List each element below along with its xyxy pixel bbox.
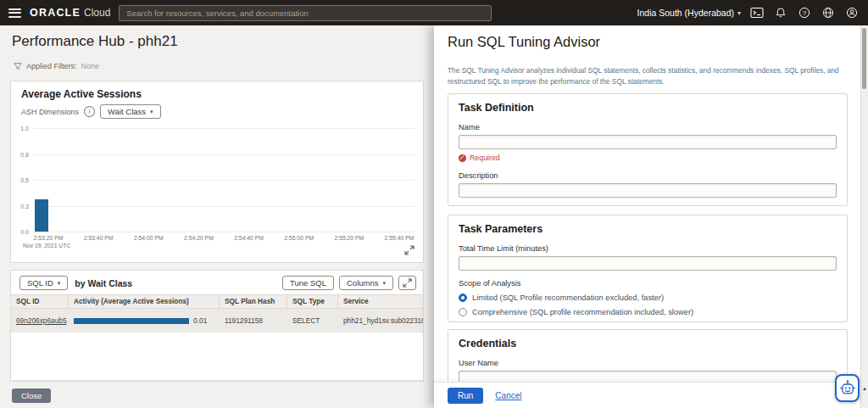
name-input[interactable] bbox=[459, 135, 837, 149]
gridline bbox=[33, 180, 415, 181]
info-icon[interactable]: i bbox=[84, 106, 95, 117]
svg-text:?: ? bbox=[803, 9, 806, 17]
x-tick-label: 2:53:20 PM bbox=[34, 235, 64, 241]
columns-dropdown[interactable]: Columns ▾ bbox=[339, 276, 393, 290]
table-row-empty bbox=[11, 356, 423, 381]
x-tick-label: 2:54:00 PM bbox=[134, 235, 164, 241]
col-header-service: Service bbox=[338, 295, 423, 308]
y-tick-label: 0.3 bbox=[20, 203, 29, 209]
chart-y-axis: 1.00.80.50.30.0 bbox=[11, 128, 31, 232]
sql-id-dropdown[interactable]: SQL ID ▾ bbox=[19, 276, 68, 290]
task-definition-section: Task Definition Name Required Descriptio… bbox=[448, 93, 848, 206]
table-header-row: SQL ID Activity (Average Active Sessions… bbox=[11, 294, 423, 309]
x-tick-label: 2:53:40 PM bbox=[84, 235, 114, 241]
user-name-label: User Name bbox=[459, 359, 837, 367]
screen: ORACLE Cloud India South (Hyderabad) ▾ ?… bbox=[0, 0, 868, 408]
assistant-chat-button[interactable] bbox=[835, 374, 860, 402]
scope-of-analysis-label: Scope of Analysis bbox=[459, 279, 837, 288]
x-tick-label: 2:55:00 PM bbox=[284, 235, 314, 241]
plan-hash-cell: 1191291158 bbox=[220, 309, 287, 333]
x-tick-label: 2:54:40 PM bbox=[234, 235, 264, 241]
cancel-link[interactable]: Cancel bbox=[495, 391, 521, 400]
run-sql-tuning-advisor-drawer: Run SQL Tuning Advisor The SQL Tuning Ad… bbox=[434, 25, 861, 408]
gridline bbox=[33, 154, 415, 155]
description-input[interactable] bbox=[459, 183, 837, 198]
applied-filters: Applied Filters: None bbox=[14, 62, 99, 70]
y-tick-label: 0.5 bbox=[20, 177, 29, 183]
chart-bar[interactable] bbox=[35, 199, 48, 232]
x-tick-label: 2:55:20 PM bbox=[334, 235, 364, 241]
hamburger-menu-icon[interactable] bbox=[8, 8, 21, 18]
region-selector[interactable]: India South (Hyderabad) ▾ bbox=[637, 8, 741, 18]
task-definition-title: Task Definition bbox=[459, 102, 837, 114]
expand-table-button[interactable] bbox=[398, 276, 416, 290]
chart-title: Average Active Sessions bbox=[21, 88, 142, 100]
oracle-cloud-logo[interactable]: ORACLE Cloud bbox=[30, 7, 110, 19]
description-label: Description bbox=[459, 171, 837, 180]
required-error: Required bbox=[459, 154, 837, 162]
table-row-empty bbox=[11, 333, 423, 357]
activity-bar bbox=[74, 318, 189, 324]
y-tick-label: 0.8 bbox=[20, 151, 29, 157]
scroll-up-arrow-icon[interactable]: ▲ bbox=[861, 386, 868, 391]
drawer-scrollbar[interactable]: ▲ bbox=[860, 25, 868, 408]
activity-value: 0.01 bbox=[193, 309, 207, 333]
chevron-down-icon: ▾ bbox=[382, 280, 386, 287]
brand-cloud: Cloud bbox=[84, 7, 110, 19]
close-button[interactable]: Close bbox=[12, 388, 51, 403]
ash-dimensions-label: ASH Dimensions bbox=[21, 108, 79, 116]
ash-dimensions-row: ASH Dimensions i Wait Class ▾ bbox=[21, 104, 161, 119]
help-icon[interactable]: ? bbox=[797, 5, 812, 20]
service-cell: phh21_hyd1sv.sub022316... bbox=[338, 309, 423, 333]
gridline bbox=[33, 206, 415, 207]
topbar: ORACLE Cloud India South (Hyderabad) ▾ ? bbox=[0, 0, 868, 25]
scrollbar-thumb[interactable] bbox=[862, 28, 866, 89]
applied-filters-label: Applied Filters: bbox=[26, 62, 77, 70]
profile-avatar-icon[interactable] bbox=[844, 5, 860, 20]
chevron-down-icon: ▾ bbox=[150, 109, 153, 115]
global-search-input[interactable] bbox=[119, 5, 492, 21]
tune-sql-button[interactable]: Tune SQL bbox=[282, 276, 334, 290]
drawer-title: Run SQL Tuning Advisor bbox=[448, 34, 600, 50]
radio-limited-label: Limited (SQL Profile recommendation excl… bbox=[472, 293, 664, 302]
drawer-footer: Run Cancel bbox=[434, 382, 861, 408]
cloud-shell-icon[interactable] bbox=[749, 5, 765, 20]
language-globe-icon[interactable] bbox=[821, 5, 836, 20]
region-label: India South (Hyderabad) bbox=[637, 8, 734, 18]
gridline bbox=[33, 232, 415, 232]
sql-type-cell: SELECT bbox=[287, 309, 338, 333]
run-button[interactable]: Run bbox=[448, 388, 483, 404]
expand-icon bbox=[403, 278, 412, 288]
required-error-text: Required bbox=[470, 154, 500, 162]
sql-id-dropdown-label: SQL ID bbox=[27, 278, 53, 288]
radio-button-icon bbox=[459, 293, 467, 302]
sql-panel-header: SQL ID ▾ by Wait Class Tune SQL Columns … bbox=[19, 276, 416, 290]
credentials-title: Credentials bbox=[459, 338, 837, 349]
sql-table-panel: SQL ID ▾ by Wait Class Tune SQL Columns … bbox=[10, 270, 424, 382]
time-limit-input[interactable] bbox=[459, 256, 837, 271]
y-tick-label: 0.0 bbox=[20, 229, 29, 235]
notifications-bell-icon[interactable] bbox=[773, 5, 788, 20]
group-by-label: by Wait Class bbox=[75, 278, 132, 288]
page-title: Performance Hub - phh21 bbox=[12, 33, 178, 50]
radio-comprehensive[interactable]: Comprehensive (SQL profile recommendatio… bbox=[459, 308, 837, 316]
name-label: Name bbox=[459, 123, 837, 131]
task-parameters-title: Task Parameters bbox=[459, 223, 837, 235]
sql-id-link[interactable]: 69n206xp6aub5 bbox=[11, 309, 69, 333]
time-limit-label: Total Time Limit (minutes) bbox=[459, 244, 837, 253]
x-tick-label: 2:55:40 PM bbox=[385, 235, 415, 241]
chevron-down-icon: ▾ bbox=[58, 280, 61, 287]
columns-label: Columns bbox=[347, 278, 379, 288]
applied-filters-value: None bbox=[81, 62, 100, 70]
chart-date-caption: Nov 19, 2021 UTC bbox=[23, 243, 70, 249]
table-row[interactable]: 69n206xp6aub5 0.01 1191291158 SELECT phh… bbox=[11, 309, 423, 333]
expand-chart-icon[interactable] bbox=[404, 245, 415, 255]
error-icon bbox=[459, 154, 466, 162]
wait-class-label: Wait Class bbox=[108, 107, 146, 116]
radio-limited[interactable]: Limited (SQL Profile recommendation excl… bbox=[459, 293, 837, 302]
wait-class-dropdown[interactable]: Wait Class ▾ bbox=[100, 104, 161, 119]
task-parameters-section: Task Parameters Total Time Limit (minute… bbox=[448, 215, 848, 322]
chart-x-axis: 2:53:20 PM2:53:40 PM2:54:00 PM2:54:20 PM… bbox=[33, 235, 415, 243]
col-header-sql-id: SQL ID bbox=[11, 295, 69, 308]
robot-icon bbox=[839, 379, 856, 398]
